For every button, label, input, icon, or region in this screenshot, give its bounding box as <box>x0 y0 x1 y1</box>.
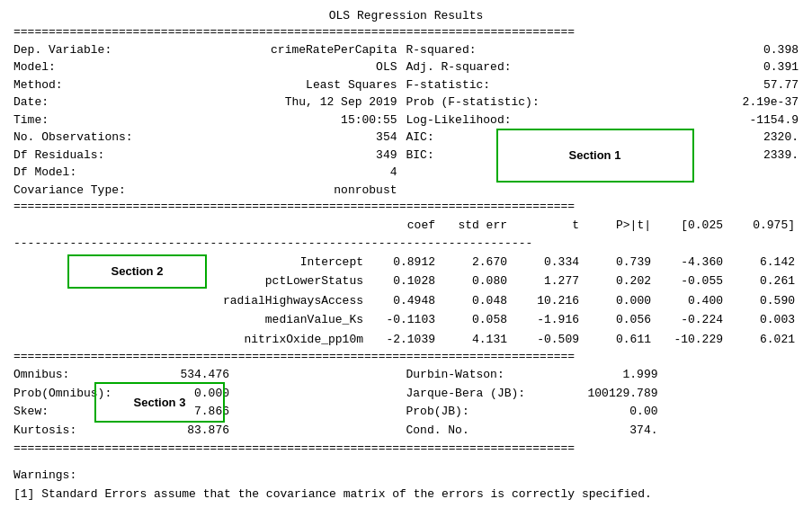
row-name: nitrixOxide_pp10m <box>13 330 367 350</box>
cond-no-label: Cond. No. <box>406 422 568 441</box>
row-name: radialHighwaysAccess <box>13 291 367 311</box>
warnings-section: Warnings: [1] Standard Errors assume tha… <box>13 467 799 504</box>
f-statistic-row: F-statistic: 57.77 <box>406 76 799 94</box>
row-coef: -0.1103 <box>367 310 439 330</box>
adj-r-squared-value: 0.391 <box>559 58 799 76</box>
method-label: Method: <box>13 76 157 94</box>
row-t: -0.509 <box>511 330 583 350</box>
row-p: 0.056 <box>583 310 655 330</box>
mid-separator: ========================================… <box>13 199 799 216</box>
observations-label: No. Observations: <box>13 129 157 147</box>
durbin-watson-row: Durbin-Watson: 1.999 <box>406 366 799 385</box>
observations-row: No. Observations: 354 <box>13 129 406 147</box>
prob-f-row: Prob (F-statistic): 2.19e-37 <box>406 94 799 111</box>
jarque-bera-label: Jarque-Bera (JB): <box>406 385 568 404</box>
row-stderr: 0.058 <box>439 310 511 330</box>
model-value: OLS <box>157 58 406 76</box>
table-row: medianValue_Ks -0.1103 0.058 -1.916 0.05… <box>13 310 799 330</box>
jarque-bera-value: 100129.789 <box>568 385 658 404</box>
f-statistic-value: 57.77 <box>559 76 799 94</box>
stats-body-wrapper: Intercept 0.8912 2.670 0.334 0.739 -4.36… <box>13 253 799 350</box>
row-coef: -2.1039 <box>367 330 439 350</box>
stats-header: coef std err t P>|t| [0.025 0.975] <box>13 216 799 236</box>
col-025-header: [0.025 <box>655 216 727 236</box>
f-statistic-label: F-statistic: <box>406 76 559 94</box>
regression-results: OLS Regression Results =================… <box>13 9 799 504</box>
col-p-header: P>|t| <box>583 216 655 236</box>
section2-label: Section 2 <box>112 264 164 278</box>
df-residuals-row: Df Residuals: 349 <box>13 147 406 165</box>
row-p: 0.000 <box>583 291 655 311</box>
bic-row: BIC: 2339. Section 1 <box>406 147 799 165</box>
row-p: 0.611 <box>583 330 655 350</box>
r-squared-label: R-squared: <box>406 41 559 59</box>
dep-variable-label: Dep. Variable: <box>13 41 157 59</box>
covariance-row: Covariance Type: nonrobust <box>13 182 406 200</box>
df-model-label: Df Model: <box>13 164 157 182</box>
time-value: 15:00:55 <box>157 111 406 129</box>
row-p: 0.739 <box>583 253 655 272</box>
adj-r-squared-row: Adj. R-squared: 0.391 <box>406 58 799 76</box>
section2-annotation: Section 2 <box>67 254 207 289</box>
row-stderr: 2.670 <box>439 253 511 272</box>
row-t: 0.334 <box>511 253 583 272</box>
covariance-value: nonrobust <box>157 182 406 200</box>
log-likelihood-label: Log-Likelihood: <box>406 111 559 129</box>
row-ci-high: 6.021 <box>727 330 799 350</box>
table-row: radialHighwaysAccess 0.4948 0.048 10.216… <box>13 291 799 311</box>
section3-label: Section 3 <box>134 396 186 409</box>
kurtosis-value: 83.876 <box>157 422 229 441</box>
method-row: Method: Least Squares <box>13 76 406 94</box>
col-stderr-header: std err <box>439 216 511 236</box>
stats-table: coef std err t P>|t| [0.025 0.975] <box>13 216 799 236</box>
kurtosis-row: Kurtosis: 83.876 <box>13 422 406 441</box>
dep-variable-row: Dep. Variable: crimeRatePerCapita <box>13 41 406 59</box>
prob-jb-value: 0.00 <box>568 403 658 422</box>
df-residuals-value: 349 <box>157 147 406 165</box>
row-t: 10.216 <box>511 291 583 311</box>
row-t: -1.916 <box>511 310 583 330</box>
top-separator: ========================================… <box>13 24 799 41</box>
row-ci-high: 0.590 <box>727 291 799 311</box>
adj-r-squared-label: Adj. R-squared: <box>406 58 559 76</box>
col-t-header: t <box>511 216 583 236</box>
method-value: Least Squares <box>157 76 406 94</box>
durbin-watson-label: Durbin-Watson: <box>406 366 568 385</box>
section1-annotation: Section 1 <box>496 129 694 183</box>
row-ci-low: -10.229 <box>655 330 727 350</box>
row-ci-low: -0.055 <box>655 272 727 291</box>
time-label: Time: <box>13 111 157 129</box>
time-row: Time: 15:00:55 <box>13 111 406 129</box>
covariance-label: Covariance Type: <box>13 182 157 200</box>
log-likelihood-value: -1154.9 <box>559 111 799 129</box>
row-ci-low: -0.224 <box>655 310 727 330</box>
info-right: R-squared: 0.398 Adj. R-squared: 0.391 F… <box>406 41 799 200</box>
r-squared-row: R-squared: 0.398 <box>406 41 799 59</box>
warnings-title: Warnings: <box>13 467 799 486</box>
prob-jb-label: Prob(JB): <box>406 403 568 422</box>
section3-annotation: Section 3 <box>94 382 225 423</box>
prob-f-label: Prob (F-statistic): <box>406 94 559 111</box>
row-stderr: 0.048 <box>439 291 511 311</box>
model-label: Model: <box>13 58 157 76</box>
cond-no-row: Cond. No. 374. <box>406 422 799 441</box>
model-row: Model: OLS <box>13 58 406 76</box>
observations-value: 354 <box>157 129 406 147</box>
warnings-line1: [1] Standard Errors assume that the cova… <box>13 486 799 504</box>
date-row: Date: Thu, 12 Sep 2019 <box>13 94 406 111</box>
cond-no-value: 374. <box>568 422 658 441</box>
row-name: medianValue_Ks <box>13 310 367 330</box>
date-value: Thu, 12 Sep 2019 <box>157 94 406 111</box>
bottom-right: Durbin-Watson: 1.999 Jarque-Bera (JB): 1… <box>406 366 799 441</box>
prob-jb-row: Prob(JB): 0.00 <box>406 403 799 422</box>
bottom-separator: ========================================… <box>13 349 799 366</box>
df-residuals-label: Df Residuals: <box>13 147 157 165</box>
row-coef: 0.1028 <box>367 272 439 291</box>
durbin-watson-value: 1.999 <box>568 366 658 385</box>
row-t: 1.277 <box>511 272 583 291</box>
table-row: nitrixOxide_pp10m -2.1039 4.131 -0.509 0… <box>13 330 799 350</box>
bottom-stats-wrapper: Omnibus: 534.476 Prob(Omnibus): 0.000 Sk… <box>13 366 799 441</box>
dash-separator: ----------------------------------------… <box>13 236 799 253</box>
stats-header-row: coef std err t P>|t| [0.025 0.975] <box>13 216 799 236</box>
row-stderr: 4.131 <box>439 330 511 350</box>
